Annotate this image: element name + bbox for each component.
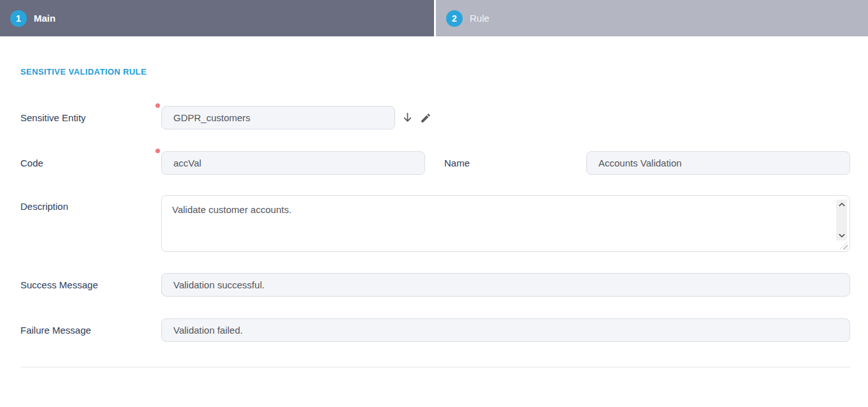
wizard-step-rule[interactable]: 2 Rule bbox=[436, 0, 868, 36]
failure-message-label: Failure Message bbox=[20, 325, 161, 336]
field-row-success-message: Success Message bbox=[20, 273, 850, 297]
down-arrow-icon[interactable] bbox=[401, 112, 414, 124]
success-message-input[interactable] bbox=[161, 273, 850, 297]
wizard-steps-bar: 1 Main 2 Rule bbox=[0, 0, 868, 36]
required-dot bbox=[156, 103, 160, 108]
success-message-label: Success Message bbox=[20, 279, 161, 290]
sensitive-entity-label: Sensitive Entity bbox=[20, 112, 161, 123]
field-row-code-name: Code Name bbox=[20, 151, 850, 175]
form-title: SENSITIVE VALIDATION RULE bbox=[20, 67, 850, 77]
code-input[interactable] bbox=[161, 151, 425, 175]
wizard-step-main[interactable]: 1 Main bbox=[0, 0, 434, 36]
section-divider bbox=[20, 367, 850, 367]
textarea-scrollbar[interactable] bbox=[836, 200, 847, 241]
sensitive-entity-input-wrap bbox=[161, 106, 395, 130]
form-panel: SENSITIVE VALIDATION RULE Sensitive Enti… bbox=[0, 67, 868, 367]
field-row-sensitive-entity: Sensitive Entity bbox=[20, 106, 850, 130]
name-label: Name bbox=[444, 158, 586, 168]
step-1-badge: 1 bbox=[10, 10, 27, 27]
description-textarea[interactable]: Validate customer accounts. bbox=[161, 195, 850, 252]
step-2-badge: 2 bbox=[446, 10, 463, 27]
failure-message-input[interactable] bbox=[161, 318, 850, 342]
description-label: Description bbox=[20, 195, 161, 212]
chevron-up-icon[interactable] bbox=[839, 202, 845, 207]
code-label: Code bbox=[20, 158, 161, 168]
code-input-wrap bbox=[161, 151, 425, 175]
resize-grip-icon[interactable] bbox=[840, 242, 848, 249]
chevron-down-icon[interactable] bbox=[839, 233, 845, 238]
sensitive-entity-input[interactable] bbox=[161, 106, 395, 130]
required-dot bbox=[156, 149, 160, 153]
name-input[interactable] bbox=[586, 151, 850, 175]
field-row-description: Description Validate customer accounts. bbox=[20, 195, 850, 252]
step-1-label: Main bbox=[34, 13, 55, 24]
pencil-icon[interactable] bbox=[420, 112, 431, 124]
step-2-label: Rule bbox=[470, 13, 489, 24]
description-text: Validate customer accounts. bbox=[162, 196, 850, 223]
field-row-failure-message: Failure Message bbox=[20, 318, 850, 342]
